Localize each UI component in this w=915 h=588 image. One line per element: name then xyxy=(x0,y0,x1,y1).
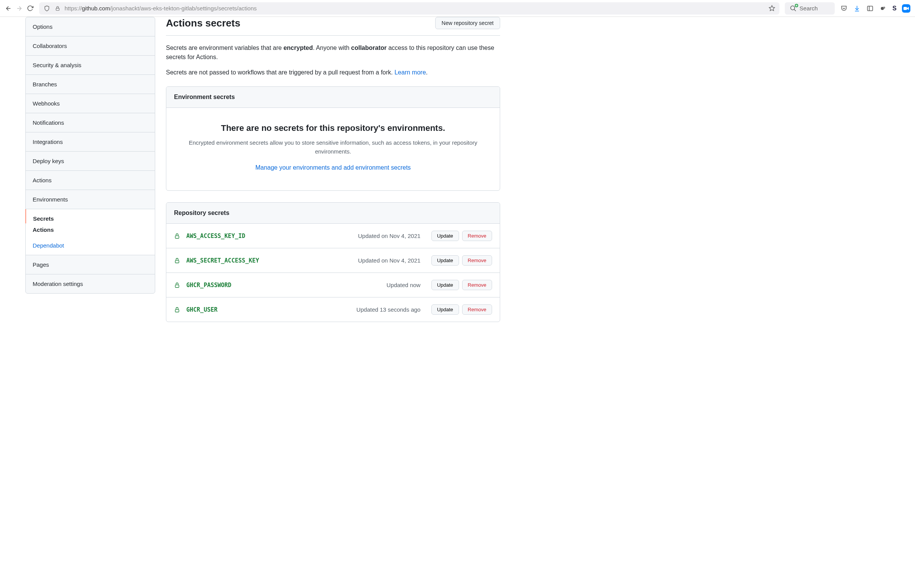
secret-updated: Updated on Nov 4, 2021 xyxy=(358,257,421,264)
remove-secret-button[interactable]: Remove xyxy=(462,280,492,290)
secret-updated: Updated on Nov 4, 2021 xyxy=(358,233,421,239)
lock-icon xyxy=(174,257,180,264)
sidebar-item-collaborators[interactable]: Collaborators xyxy=(26,36,155,56)
sidebar-item-label: Environments xyxy=(33,196,68,203)
environment-secrets-empty: There are no secrets for this repository… xyxy=(166,108,500,190)
sidebar-subitem-actions[interactable]: Actions xyxy=(26,223,155,239)
update-secret-button[interactable]: Update xyxy=(431,280,459,290)
svg-rect-9 xyxy=(903,7,907,10)
remove-secret-button[interactable]: Remove xyxy=(462,255,492,266)
sidebar-item-environments[interactable]: Environments xyxy=(26,190,155,209)
sidebar-subitem-dependabot[interactable]: Dependabot xyxy=(26,239,155,255)
secret-row: GHCR_PASSWORD Updated now Update Remove xyxy=(166,273,500,297)
lock-icon xyxy=(174,306,180,313)
repository-secrets-panel: Repository secrets AWS_ACCESS_KEY_ID Upd… xyxy=(166,202,500,322)
remove-secret-button[interactable]: Remove xyxy=(462,304,492,315)
svg-point-8 xyxy=(883,7,885,8)
update-secret-button[interactable]: Update xyxy=(431,304,459,315)
secret-name: GHCR_USER xyxy=(186,306,350,313)
browser-toolbar: https://github.com/jonashackt/aws-eks-te… xyxy=(0,0,915,17)
sidebar-item-security[interactable]: Security & analysis xyxy=(26,56,155,75)
svg-rect-13 xyxy=(175,309,179,312)
profile-s-icon[interactable]: S xyxy=(892,5,897,12)
sidebar-item-label: Notifications xyxy=(33,119,64,126)
lock-icon xyxy=(174,233,180,239)
description-2: Secrets are not passed to workflows that… xyxy=(166,68,500,77)
svg-line-3 xyxy=(794,9,796,11)
sidebar-item-pages[interactable]: Pages xyxy=(26,255,155,274)
url-bar[interactable]: https://github.com/jonashackt/aws-eks-te… xyxy=(39,2,779,15)
secret-name: AWS_ACCESS_KEY_ID xyxy=(186,233,352,239)
sidebar-item-branches[interactable]: Branches xyxy=(26,75,155,94)
svg-rect-0 xyxy=(56,8,59,10)
remove-secret-button[interactable]: Remove xyxy=(462,231,492,241)
description-1: Secrets are environment variables that a… xyxy=(166,43,500,62)
secret-row: AWS_ACCESS_KEY_ID Updated on Nov 4, 2021… xyxy=(166,224,500,248)
secret-row: GHCR_USER Updated 13 seconds ago Update … xyxy=(166,297,500,322)
sidebar-item-label: Collaborators xyxy=(33,43,67,49)
sidebar-item-label: Integrations xyxy=(33,139,63,145)
secret-updated: Updated now xyxy=(386,282,420,288)
sidebar-secrets-group: Secrets Actions Dependabot xyxy=(26,209,155,255)
sidebar-item-secrets[interactable]: Secrets xyxy=(25,209,155,223)
empty-title: There are no secrets for this repository… xyxy=(182,123,484,133)
manage-environments-link[interactable]: Manage your environments and add environ… xyxy=(255,164,411,171)
sidebar-item-label: Webhooks xyxy=(33,100,60,107)
svg-rect-10 xyxy=(175,236,179,238)
sidebar-item-notifications[interactable]: Notifications xyxy=(26,113,155,132)
sidebar-item-label: Moderation settings xyxy=(33,281,83,287)
svg-rect-11 xyxy=(175,260,179,263)
svg-marker-1 xyxy=(769,5,774,10)
toolbar-right-icons: S xyxy=(838,4,910,13)
secret-updated: Updated 13 seconds ago xyxy=(356,306,421,313)
learn-more-link[interactable]: Learn more xyxy=(395,69,426,76)
search-icon xyxy=(789,5,797,12)
svg-point-2 xyxy=(791,6,795,10)
update-secret-button[interactable]: Update xyxy=(431,255,459,266)
sidebar-item-integrations[interactable]: Integrations xyxy=(26,132,155,152)
pocket-icon[interactable] xyxy=(840,5,848,12)
repository-secrets-header: Repository secrets xyxy=(166,203,500,224)
nav-forward-button[interactable] xyxy=(15,5,23,12)
zoom-app-icon[interactable] xyxy=(902,4,910,13)
extension-icon[interactable] xyxy=(879,5,887,12)
divider xyxy=(166,35,500,36)
sidebar-item-label: Secrets xyxy=(33,215,54,222)
sidebar-item-label: Actions xyxy=(33,177,51,183)
sidebar-item-webhooks[interactable]: Webhooks xyxy=(26,94,155,113)
nav-back-button[interactable] xyxy=(5,5,12,12)
secret-name: GHCR_PASSWORD xyxy=(186,282,380,289)
sidebar-item-options[interactable]: Options xyxy=(26,17,155,36)
lock-icon xyxy=(54,5,61,12)
sidebar-item-moderation[interactable]: Moderation settings xyxy=(26,274,155,293)
empty-text: Encrypted environment secrets allow you … xyxy=(182,139,484,156)
sidebar-item-label: Branches xyxy=(33,81,57,88)
sidebar-item-label: Security & analysis xyxy=(33,62,81,68)
secret-name: AWS_SECRET_ACCESS_KEY xyxy=(186,257,352,264)
main-content: Actions secrets New repository secret Se… xyxy=(166,17,519,334)
sidebar-item-deploy-keys[interactable]: Deploy keys xyxy=(26,152,155,171)
shield-icon xyxy=(43,5,51,12)
star-icon[interactable] xyxy=(768,5,776,12)
update-secret-button[interactable]: Update xyxy=(431,231,459,241)
sidebar-item-label: Pages xyxy=(33,261,49,268)
sidebar-item-label: Options xyxy=(33,23,53,30)
svg-rect-5 xyxy=(868,6,873,11)
svg-rect-12 xyxy=(175,285,179,287)
url-text: https://github.com/jonashackt/aws-eks-te… xyxy=(65,5,765,12)
search-placeholder: Search xyxy=(799,5,818,12)
environment-secrets-panel: Environment secrets There are no secrets… xyxy=(166,86,500,191)
lock-icon xyxy=(174,282,180,289)
settings-sidebar: Options Collaborators Security & analysi… xyxy=(25,17,155,294)
new-repository-secret-button[interactable]: New repository secret xyxy=(435,17,500,29)
sidebar-item-actions[interactable]: Actions xyxy=(26,171,155,190)
download-icon[interactable] xyxy=(853,5,861,12)
search-box[interactable]: Search xyxy=(785,2,835,15)
environment-secrets-header: Environment secrets xyxy=(166,87,500,108)
nav-reload-button[interactable] xyxy=(26,5,34,12)
sidebar-item-label: Deploy keys xyxy=(33,158,64,164)
secret-row: AWS_SECRET_ACCESS_KEY Updated on Nov 4, … xyxy=(166,248,500,273)
page-title: Actions secrets xyxy=(166,17,240,29)
library-icon[interactable] xyxy=(866,5,874,12)
